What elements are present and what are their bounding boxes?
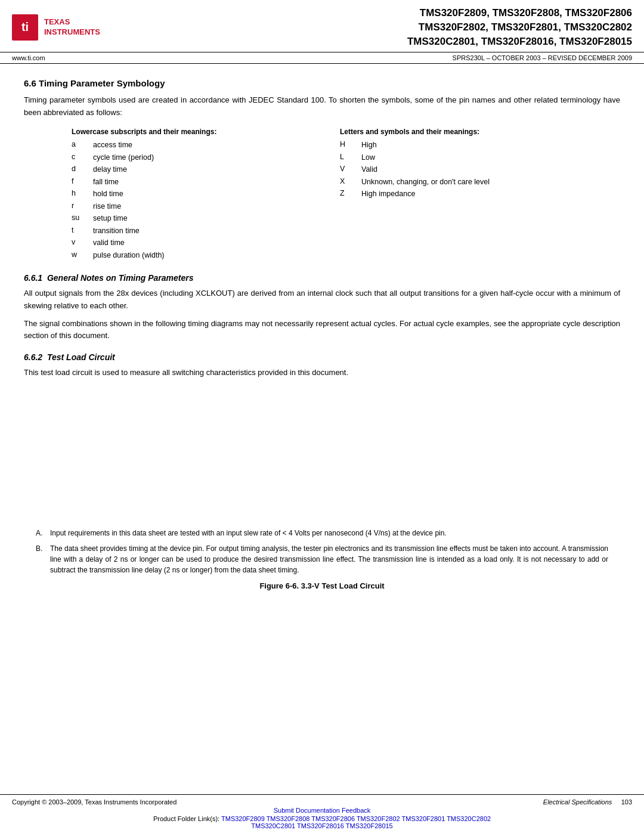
sym-key: w (72, 250, 93, 259)
product-folder-label: Product Folder Link(s): (153, 815, 219, 822)
sym-val: valid time (93, 238, 316, 249)
product-link[interactable]: TMS320C2801 (251, 822, 295, 829)
sym-left-row: ffall time (72, 177, 316, 188)
circuit-diagram-area (24, 385, 620, 516)
sym-left-row: ttransition time (72, 226, 316, 237)
doc-reference: SPRS230L – OCTOBER 2003 – REVISED DECEMB… (453, 54, 632, 61)
page-header: ti TEXAS INSTRUMENTS TMS320F2809, TMS320… (0, 0, 644, 52)
product-links-row1: TMS320F2809 TMS320F2808 TMS320F2806 TMS3… (221, 815, 491, 822)
sym-key: X (340, 177, 361, 185)
product-link[interactable]: TMS320F28016 (297, 822, 344, 829)
sym-right-row: LLow (340, 153, 584, 163)
sym-val: delay time (93, 165, 316, 175)
sym-val: rise time (93, 202, 316, 212)
section-6-6-1-para2: The signal combinations shown in the fol… (24, 318, 620, 342)
sym-right-row: VValid (340, 165, 584, 175)
sym-val: Valid (361, 165, 584, 175)
sym-key: c (72, 153, 93, 161)
sym-key: L (340, 153, 361, 161)
svg-text:ti: ti (21, 20, 29, 33)
sym-key: d (72, 165, 93, 173)
footnotes-section: A. Input requirements in this data sheet… (24, 528, 620, 575)
product-link[interactable]: TMS320F28015 (346, 822, 393, 829)
section-name: Electrical Specifications (543, 798, 612, 806)
sym-key: a (72, 140, 93, 148)
footnote-a-label: A. (36, 528, 50, 538)
product-link[interactable]: TMS320F2809 (221, 815, 265, 822)
section-6-6-1-heading: 6.6.1 General Notes on Timing Parameters (24, 273, 620, 283)
sym-left-row: vvalid time (72, 238, 316, 249)
subtitle-bar: www.ti.com SPRS230L – OCTOBER 2003 – REV… (0, 52, 644, 64)
figure-caption: Figure 6-6. 3.3-V Test Load Circuit (24, 581, 620, 590)
left-rows: aaccess timeccycle time (period)ddelay t… (72, 140, 316, 261)
section-6-6-1-number: 6.6.1 (24, 273, 42, 283)
section-6-6-number: 6.6 (24, 78, 36, 88)
sym-key: h (72, 189, 93, 197)
sym-val: setup time (93, 213, 316, 224)
sym-key: V (340, 165, 361, 173)
section-6-6-2-title: Test Load Circuit (47, 352, 115, 362)
sym-left-row: hhold time (72, 189, 316, 200)
footnote-b: B. The data sheet provides timing at the… (36, 543, 608, 575)
section-6-6-2-number: 6.6.2 (24, 352, 42, 362)
sym-left-row: susetup time (72, 213, 316, 224)
submit-feedback-link[interactable]: Submit Documentation Feedback (274, 807, 371, 814)
copyright-text: Copyright © 2003–2009, Texas Instruments… (12, 798, 177, 806)
sym-right-row: HHigh (340, 140, 584, 151)
section-6-6-intro: Timing parameter symbols used are create… (24, 94, 620, 118)
section-6-6-1-title: General Notes on Timing Parameters (47, 273, 194, 283)
sym-val: transition time (93, 226, 316, 237)
sym-val: hold time (93, 189, 316, 200)
sym-key: H (340, 140, 361, 148)
section-6-6-2-para: This test load circuit is used to measur… (24, 367, 620, 379)
ti-logo-icon: ti (12, 14, 38, 41)
document-title: TMS320F2809, TMS320F2808, TMS320F2806 TM… (131, 6, 632, 48)
section-6-6-2-heading: 6.6.2 Test Load Circuit (24, 352, 620, 362)
sym-val: Low (361, 153, 584, 163)
page-footer: Copyright © 2003–2009, Texas Instruments… (0, 794, 644, 833)
sym-left-row: aaccess time (72, 140, 316, 151)
sym-right-row: ZHigh impedance (340, 189, 584, 200)
section-6-6-1-para1: All output signals from the 28x devices … (24, 287, 620, 311)
sym-left-row: ccycle time (period) (72, 153, 316, 163)
sym-val: Unknown, changing, or don't care level (361, 177, 584, 188)
footnote-a-text: Input requirements in this data sheet ar… (50, 528, 608, 538)
product-link[interactable]: TMS320F2808 (267, 815, 310, 822)
footer-row3: Product Folder Link(s): TMS320F2809 TMS3… (12, 815, 632, 829)
product-links-container: TMS320F2809 TMS320F2808 TMS320F2806 TMS3… (221, 815, 491, 829)
sym-key: v (72, 238, 93, 246)
footnote-b-label: B. (36, 543, 50, 554)
left-col-header: Lowercase subscripts and their meanings: (72, 127, 316, 137)
sym-key: f (72, 177, 93, 185)
sym-key: su (72, 213, 93, 222)
symbology-table: Lowercase subscripts and their meanings:… (72, 127, 584, 263)
footer-section-page: Electrical Specifications 103 (543, 798, 632, 806)
product-link[interactable]: TMS320F2806 (311, 815, 355, 822)
sym-val: pulse duration (width) (93, 250, 316, 261)
sym-left-row: wpulse duration (width) (72, 250, 316, 261)
sym-key: r (72, 202, 93, 210)
logo-area: ti TEXAS INSTRUMENTS (12, 14, 131, 41)
sym-val: High impedance (361, 189, 584, 200)
sym-left-row: rrise time (72, 202, 316, 212)
symbology-right-col: Letters and symbols and their meanings: … (340, 127, 584, 263)
footer-row2[interactable]: Submit Documentation Feedback (12, 807, 632, 814)
right-rows: HHighLLowVValidXUnknown, changing, or do… (340, 140, 584, 200)
sym-key: Z (340, 189, 361, 197)
product-link[interactable]: TMS320C2802 (447, 815, 491, 822)
footnote-b-text: The data sheet provides timing at the de… (50, 543, 608, 575)
sym-val: access time (93, 140, 316, 151)
product-links-row2: TMS320C2801 TMS320F28016 TMS320F28015 (251, 822, 393, 829)
website-label: www.ti.com (12, 54, 45, 61)
sym-right-row: XUnknown, changing, or don't care level (340, 177, 584, 188)
sym-key: t (72, 226, 93, 234)
section-6-6-title: Timing Parameter Symbology (39, 78, 165, 88)
logo-text: TEXAS INSTRUMENTS (44, 17, 100, 38)
product-link[interactable]: TMS320F2801 (402, 815, 445, 822)
section-6-6-heading: 6.6 Timing Parameter Symbology (24, 78, 620, 88)
footer-row1: Copyright © 2003–2009, Texas Instruments… (12, 798, 632, 806)
main-content: 6.6 Timing Parameter Symbology Timing pa… (0, 64, 644, 614)
sym-left-row: ddelay time (72, 165, 316, 175)
product-link[interactable]: TMS320F2802 (357, 815, 400, 822)
page-number: 103 (621, 798, 632, 806)
